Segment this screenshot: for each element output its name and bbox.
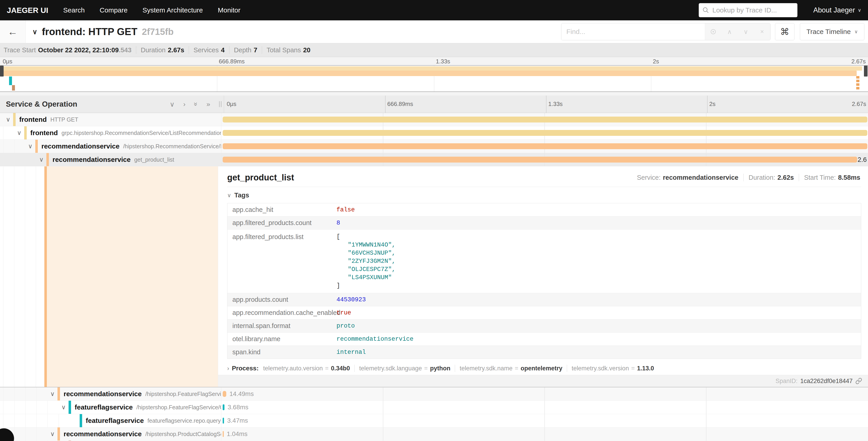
span-bar[interactable]	[223, 143, 867, 149]
minimap-left-scrubber[interactable]	[0, 66, 4, 77]
span-operation-title: get_product_list	[227, 173, 294, 182]
span-name-cell[interactable]: ∨ frontend HTTP GET	[0, 113, 221, 126]
nav-item-compare[interactable]: Compare	[99, 6, 127, 14]
chevron-down-icon[interactable]: ∨	[25, 143, 35, 150]
next-match-icon[interactable]: ∨	[738, 23, 754, 40]
minimap-canvas[interactable]	[0, 65, 868, 92]
span-detail-gutter	[0, 167, 218, 387]
about-jaeger-menu[interactable]: About Jaeger ∨	[813, 6, 861, 14]
trace-meta-bar: Trace Start October 22 2022, 22:10:09.54…	[0, 43, 868, 57]
trace-title: frontend: HTTP GET	[42, 26, 137, 37]
column-resizer-handle[interactable]	[219, 101, 221, 107]
keyboard-shortcuts-button[interactable]: ⌘	[775, 23, 795, 40]
find-input[interactable]	[561, 23, 705, 40]
span-bar[interactable]	[223, 391, 226, 397]
chevron-down-icon[interactable]: ∨	[59, 404, 68, 411]
trace-minimap: 0μs 666.89ms 1.33s 2s 2.67s	[0, 57, 868, 95]
trace-start: Trace Start October 22 2022, 22:10:09.54…	[4, 46, 136, 54]
span-bar[interactable]	[223, 431, 224, 437]
span-bar[interactable]	[223, 117, 867, 122]
span-row-featureflagservice-repo-query: featureflagservice featureflagservice.re…	[0, 414, 868, 428]
span-bar-cell	[221, 126, 868, 140]
span-bar[interactable]	[223, 418, 224, 423]
collapse-one-icon[interactable]: ∨	[170, 100, 175, 108]
nav-item-monitor[interactable]: Monitor	[218, 6, 240, 14]
span-row-featureflagservice-get: ∨ featureflagservice /hipstershop.Featur…	[0, 401, 868, 414]
minimap-span-frontend	[2, 66, 862, 70]
span-row-get-product-list-selected: ∨ recommendationservice get_product_list…	[0, 153, 868, 167]
trace-view-selector[interactable]: Trace Timeline ∨	[800, 23, 864, 40]
span-duration-label: 14.49ms	[229, 390, 254, 398]
span-bar[interactable]	[223, 157, 857, 163]
tag-row: app.cache_hit false	[227, 203, 861, 216]
span-row-frontend-grpc: ∨ frontend grpc.hipstershop.Recommendati…	[0, 126, 868, 140]
span-bar-cell: 14.49ms	[221, 387, 868, 401]
trace-id-short: 2f715fb	[142, 27, 174, 37]
chevron-down-icon[interactable]: ∨	[3, 116, 13, 123]
minimap-span-productcatalog	[12, 85, 15, 91]
span-id-strip: SpanID: 1ca2262df0e18447	[218, 375, 868, 387]
minimap-right-scrubber[interactable]	[864, 66, 868, 77]
span-name-cell[interactable]: ∨ frontend grpc.hipstershop.Recommendati…	[0, 126, 221, 140]
back-button[interactable]: ←	[0, 20, 26, 43]
process-section-toggle[interactable]: › Process:	[227, 365, 259, 372]
chevron-down-icon[interactable]: ∨	[14, 129, 24, 137]
minimap-span-frontend-grpc	[2, 70, 857, 76]
timeline-axis-header: 0μs 666.89ms 1.33s 2s 2.67s	[224, 95, 868, 113]
span-bar[interactable]	[223, 404, 224, 410]
service-operation-header: Service & Operation ∨ › » »	[0, 95, 224, 113]
chevron-down-icon: ∨	[227, 192, 231, 199]
prev-match-icon[interactable]: ∧	[721, 23, 738, 40]
collapse-trace-chevron-icon[interactable]: ∨	[32, 28, 37, 36]
span-detail-panel: get_product_list Service:recommendations…	[218, 167, 868, 387]
span-color-accent	[58, 387, 60, 401]
trace-services: Services 4	[189, 46, 229, 54]
tags-table: app.cache_hit false app.filtered_product…	[227, 203, 861, 359]
chevron-down-icon[interactable]: ∨	[48, 430, 58, 438]
span-name-cell[interactable]: ∨ featureflagservice /hipstershop.Featur…	[0, 401, 221, 414]
chevron-down-icon[interactable]: ∨	[48, 390, 58, 398]
span-bar-cell	[221, 140, 868, 153]
chevron-right-icon: ›	[227, 365, 229, 372]
copy-link-icon[interactable]	[855, 378, 862, 384]
chevron-down-icon: ∨	[858, 7, 861, 13]
expand-all-icon[interactable]: »	[206, 100, 210, 108]
span-name-cell[interactable]: ∨ recommendationservice /hipstershop.Fea…	[0, 387, 221, 401]
span-color-accent	[58, 428, 60, 441]
span-row-recommendation-list: ∨ recommendationservice /hipstershop.Rec…	[0, 140, 868, 153]
minimap-span-featureflagservice	[9, 77, 12, 85]
collapse-all-icon[interactable]: »	[192, 102, 200, 106]
span-name-cell[interactable]: ∨ recommendationservice /hipstershop.Pro…	[0, 428, 221, 441]
trace-title-wrap[interactable]: ∨ frontend: HTTP GET 2f715fb	[32, 26, 174, 37]
nav-item-system-architecture[interactable]: System Architecture	[143, 6, 203, 14]
span-color-accent	[46, 153, 49, 166]
minimap-ticks: 0μs 666.89ms 1.33s 2s 2.67s	[0, 57, 868, 65]
expand-one-icon[interactable]: ›	[183, 100, 186, 108]
span-detail-row: get_product_list Service:recommendations…	[0, 167, 868, 387]
trace-id-lookup[interactable]	[699, 3, 797, 17]
tag-row: app.products.count 44530923	[227, 293, 861, 306]
focus-match-icon[interactable]	[705, 23, 721, 40]
trace-depth: Depth 7	[229, 46, 262, 54]
span-duration-label: 3.68ms	[228, 404, 248, 411]
span-bar[interactable]	[223, 130, 867, 136]
chevron-down-icon[interactable]: ∨	[36, 156, 46, 163]
process-row: › Process: telemetry.auto.version=0.34b0…	[227, 365, 861, 372]
chevron-down-icon: ∨	[855, 29, 858, 34]
nav-item-search[interactable]: Search	[63, 6, 85, 14]
clear-find-icon[interactable]: ×	[754, 23, 770, 40]
span-name-cell[interactable]: featureflagservice featureflagservice.re…	[0, 414, 221, 427]
tag-list-value: [ "1YMWWN1N4O", "66VCHSJNUP", "2ZYFJ3GM2…	[337, 233, 396, 290]
tags-section-toggle[interactable]: ∨ Tags	[227, 192, 861, 199]
tag-row: app.recommendation.cache_enabled true	[227, 306, 861, 319]
span-name-cell[interactable]: ∨ recommendationservice /hipstershop.Rec…	[0, 140, 221, 153]
span-rows: ∨ frontend HTTP GET ∨ frontend grpc.hips…	[0, 113, 868, 441]
app-logo[interactable]: JAEGER UI	[7, 6, 48, 15]
trace-duration: Duration 2.67s	[136, 46, 189, 54]
timeline-column-header: Service & Operation ∨ › » » 0μs 666.89ms…	[0, 95, 868, 113]
span-color-accent	[35, 140, 38, 153]
trace-id-lookup-input[interactable]	[712, 6, 794, 14]
span-detail-gutter-fill	[47, 167, 218, 387]
span-name-cell[interactable]: ∨ recommendationservice get_product_list	[0, 153, 221, 166]
span-detail-header[interactable]: get_product_list Service:recommendations…	[227, 171, 861, 184]
